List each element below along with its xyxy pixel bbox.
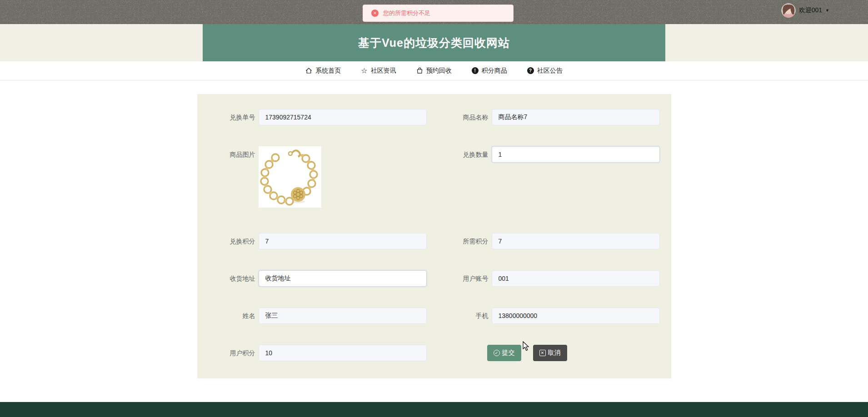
page: ✕ 您的所需积分不足 欢迎001 ▼ 基于Vue的垃圾 <box>0 0 868 417</box>
chevron-down-icon[interactable]: ▼ <box>825 8 829 13</box>
submit-button[interactable]: ✓ 提交 <box>487 345 521 361</box>
home-icon <box>305 67 312 74</box>
exchange-points-label: 兑换积分 <box>197 233 259 249</box>
account-label: 用户账号 <box>430 270 492 287</box>
cancel-button[interactable]: ✕ 取消 <box>533 345 567 361</box>
star-icon: ☆ <box>361 67 367 74</box>
exchange-points-input[interactable] <box>259 233 427 249</box>
nav-label: 系统首页 <box>315 67 341 75</box>
submit-label: 提交 <box>502 349 515 357</box>
avatar[interactable] <box>781 3 796 18</box>
account-input[interactable] <box>492 270 660 287</box>
product-image-label: 商品图片 <box>197 146 259 163</box>
info-circle-icon: ! <box>472 67 479 74</box>
order-no-input[interactable] <box>259 109 427 125</box>
quantity-label: 兑换数量 <box>430 146 492 163</box>
address-input[interactable] <box>259 270 427 287</box>
mouse-cursor <box>523 341 530 351</box>
name-input[interactable] <box>259 308 427 324</box>
circle-check-icon: ✓ <box>494 350 500 356</box>
site-title-bar: 基于Vue的垃圾分类回收网站 <box>203 24 665 61</box>
error-circle-icon: ✕ <box>371 10 379 17</box>
nav-item-recycle[interactable]: 预约回收 <box>413 67 455 75</box>
main-nav: 系统首页 ☆ 社区资讯 预约回收 ! 积分商品 ? 社区公告 <box>0 61 868 80</box>
field-required-points: 所需积分 <box>430 233 660 249</box>
address-label: 收货地址 <box>197 270 259 287</box>
nav-item-points-goods[interactable]: ! 积分商品 <box>468 67 511 75</box>
exchange-form-panel: 兑换单号 商品名称 商品图片 <box>197 94 671 378</box>
field-order-no: 兑换单号 <box>197 109 427 125</box>
user-menu[interactable]: 欢迎001 ▼ <box>781 3 829 18</box>
nav-label: 积分商品 <box>482 67 507 75</box>
nav-label: 预约回收 <box>426 67 452 75</box>
field-exchange-points: 兑换积分 <box>197 233 427 249</box>
toast-message: 您的所需积分不足 <box>383 9 430 17</box>
footer <box>0 402 868 417</box>
top-texture-bar: ✕ 您的所需积分不足 欢迎001 ▼ 基于Vue的垃圾 <box>0 0 868 61</box>
main-content: 兑换单号 商品名称 商品图片 <box>0 94 868 402</box>
user-points-label: 用户积分 <box>197 345 259 361</box>
field-quantity: 兑换数量 <box>430 146 660 208</box>
user-points-input[interactable] <box>259 345 427 361</box>
phone-input[interactable] <box>492 308 660 324</box>
product-image <box>259 146 321 208</box>
product-name-label: 商品名称 <box>430 109 492 125</box>
bag-icon <box>416 67 423 74</box>
page-title: 基于Vue的垃圾分类回收网站 <box>203 24 665 61</box>
square-close-icon: ✕ <box>539 350 546 356</box>
cancel-label: 取消 <box>548 349 561 357</box>
field-account: 用户账号 <box>430 270 660 287</box>
field-name: 姓名 <box>197 308 427 324</box>
required-points-label: 所需积分 <box>430 233 492 249</box>
order-no-label: 兑换单号 <box>197 109 259 125</box>
field-phone: 手机 <box>430 308 660 324</box>
nav-label: 社区资讯 <box>371 67 396 75</box>
field-product-name: 商品名称 <box>430 109 660 125</box>
required-points-input[interactable] <box>492 233 660 249</box>
question-circle-icon: ? <box>527 67 534 74</box>
nav-item-home[interactable]: 系统首页 <box>302 67 344 75</box>
name-label: 姓名 <box>197 308 259 324</box>
phone-label: 手机 <box>430 308 492 324</box>
nav-item-announcements[interactable]: ? 社区公告 <box>524 67 566 75</box>
field-address: 收货地址 <box>197 270 427 287</box>
nav-item-news[interactable]: ☆ 社区资讯 <box>357 67 399 75</box>
welcome-text: 欢迎001 <box>799 6 822 15</box>
field-product-image: 商品图片 <box>197 146 427 208</box>
error-toast: ✕ 您的所需积分不足 <box>363 5 514 22</box>
product-name-input[interactable] <box>492 109 660 125</box>
nav-label: 社区公告 <box>537 67 563 75</box>
quantity-input[interactable] <box>492 146 660 163</box>
field-user-points: 用户积分 <box>197 345 427 361</box>
form-actions: ✓ 提交 ✕ 取消 <box>430 345 660 361</box>
